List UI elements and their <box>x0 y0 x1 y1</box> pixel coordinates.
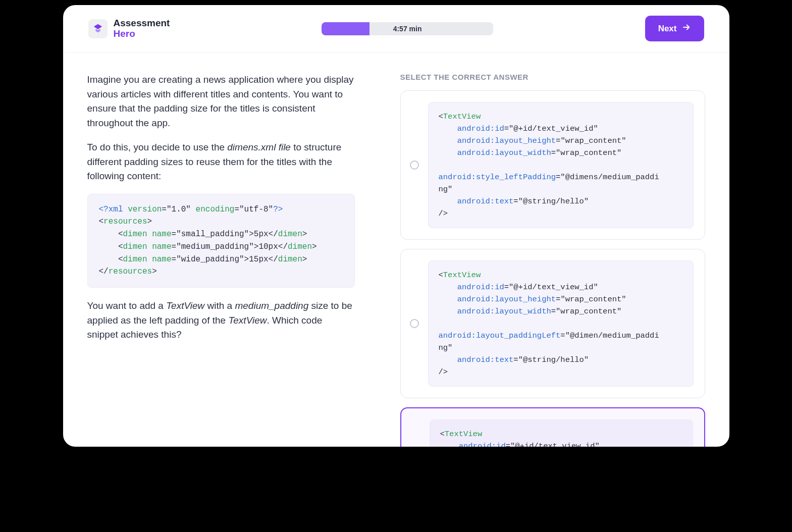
header: Assessment Hero 4:57 min Next <box>63 5 729 52</box>
answer-2-code: <TextView android:id="@+id/text_view_id"… <box>428 260 694 387</box>
app-frame: Assessment Hero 4:57 min Next Imagine yo… <box>63 5 729 447</box>
answer-option-1[interactable]: <TextView android:id="@+id/text_view_id"… <box>400 90 705 240</box>
arrow-right-icon <box>682 23 691 34</box>
question-paragraph-2: To do this, you decide to use the dimens… <box>87 140 355 184</box>
answer-option-3[interactable]: <TextView android:id="@+id/text_view_id"… <box>400 407 705 447</box>
next-button[interactable]: Next <box>645 16 704 41</box>
logo-icon <box>88 19 108 38</box>
progress-bar: 4:57 min <box>322 22 493 35</box>
answers-heading: SELECT THE CORRECT ANSWER <box>400 73 705 81</box>
next-button-label: Next <box>658 24 677 34</box>
question-panel: Imagine you are creating a news applicat… <box>87 73 355 427</box>
question-paragraph-1: Imagine you are creating a news applicat… <box>87 73 355 130</box>
answers-panel: SELECT THE CORRECT ANSWER <TextView andr… <box>400 73 705 427</box>
answer-3-code: <TextView android:id="@+id/text_view_id"… <box>430 419 693 447</box>
answer-option-2[interactable]: <TextView android:id="@+id/text_view_id"… <box>400 249 705 398</box>
dimens-xml-code: <?xml version="1.0" encoding="utf-8"?> <… <box>87 194 355 288</box>
answer-1-code: <TextView android:id="@+id/text_view_id"… <box>428 102 694 228</box>
question-paragraph-3: You want to add a TextView with a medium… <box>87 299 355 342</box>
content-area: Imagine you are creating a news applicat… <box>63 52 729 447</box>
radio-unchecked-icon <box>410 319 419 328</box>
logo-text-line2: Hero <box>114 29 170 39</box>
radio-unchecked-icon <box>410 161 419 170</box>
logo: Assessment Hero <box>88 18 170 39</box>
timer-label: 4:57 min <box>322 25 493 33</box>
logo-text-line1: Assessment <box>114 18 170 29</box>
